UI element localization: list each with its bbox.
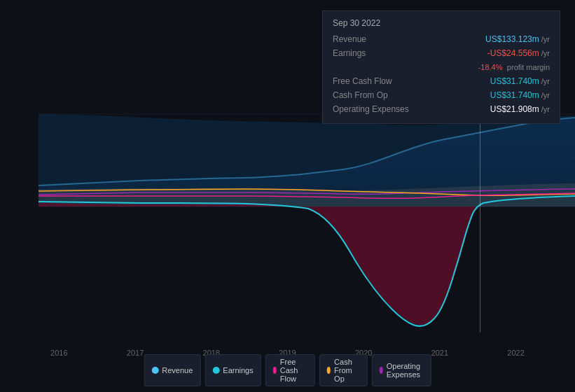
- earnings-label: Earnings: [333, 48, 424, 58]
- tooltip-panel: Sep 30 2022 Revenue US$133.123m/yr Earni…: [322, 10, 560, 124]
- revenue-value: US$133.123m/yr: [485, 34, 550, 44]
- earnings-value: -US$24.556m/yr: [487, 48, 550, 58]
- legend-dot-free-cash-flow: [273, 367, 277, 374]
- legend-item-earnings[interactable]: Earnings: [205, 354, 261, 386]
- legend-dot-cash-from-op: [327, 367, 331, 374]
- legend-dot-operating-expenses: [379, 367, 382, 374]
- legend-item-free-cash-flow[interactable]: Free Cash Flow: [265, 354, 315, 386]
- legend-item-operating-expenses[interactable]: Operating Expenses: [371, 354, 431, 386]
- x-label-2022: 2022: [507, 349, 524, 357]
- legend-item-revenue[interactable]: Revenue: [144, 354, 200, 386]
- legend-item-cash-from-op[interactable]: Cash From Op: [319, 354, 367, 386]
- legend-label-revenue: Revenue: [162, 366, 193, 374]
- tooltip-date: Sep 30 2022: [333, 18, 550, 28]
- legend: RevenueEarningsFree Cash FlowCash From O…: [144, 349, 431, 392]
- tooltip-cash-op-row: Cash From Op US$31.740m/yr: [333, 88, 550, 102]
- cursor-line: [480, 108, 480, 332]
- opex-label: Operating Expenses: [333, 104, 424, 114]
- legend-label-operating-expenses: Operating Expenses: [387, 362, 424, 379]
- tooltip-profit-margin-row: -18.4% profit margin: [333, 60, 550, 74]
- legend-label-free-cash-flow: Free Cash Flow: [280, 358, 307, 383]
- x-label-2016: 2016: [50, 349, 67, 357]
- legend-label-earnings: Earnings: [223, 366, 253, 374]
- revenue-label: Revenue: [333, 34, 424, 44]
- tooltip-opex-row: Operating Expenses US$21.908m/yr: [333, 102, 550, 116]
- tooltip-fcf-row: Free Cash Flow US$31.740m/yr: [333, 74, 550, 88]
- x-label-2017: 2017: [127, 349, 144, 357]
- tooltip-revenue-row: Revenue US$133.123m/yr: [333, 32, 550, 46]
- legend-label-cash-from-op: Cash From Op: [334, 358, 359, 383]
- opex-value: US$21.908m/yr: [490, 104, 550, 114]
- legend-dot-earnings: [212, 367, 219, 374]
- legend-dot-revenue: [151, 367, 158, 374]
- tooltip-earnings-row: Earnings -US$24.556m/yr: [333, 46, 550, 60]
- fcf-label: Free Cash Flow: [333, 76, 424, 86]
- cash-op-label: Cash From Op: [333, 90, 424, 100]
- fcf-value: US$31.740m/yr: [490, 76, 550, 86]
- x-label-2021: 2021: [431, 349, 448, 357]
- cash-op-value: US$31.740m/yr: [490, 90, 550, 100]
